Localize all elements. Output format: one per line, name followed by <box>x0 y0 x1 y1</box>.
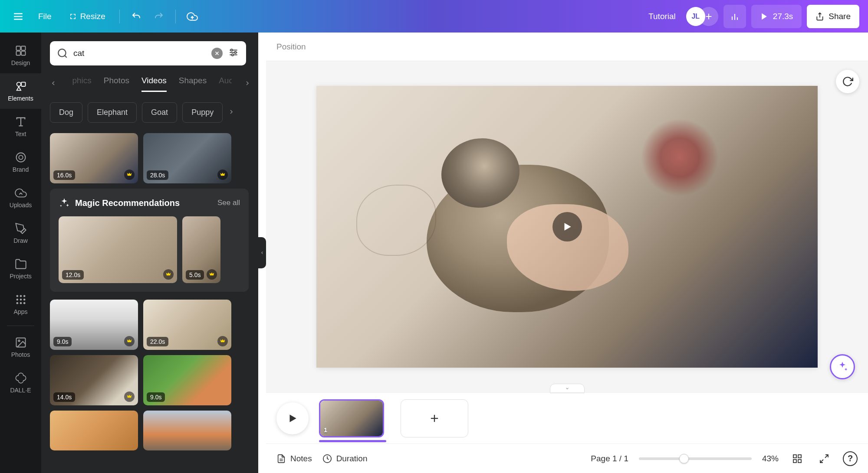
svg-rect-51 <box>798 455 801 458</box>
tab-shapes[interactable]: Shapes <box>179 76 207 92</box>
svg-point-15 <box>16 82 20 86</box>
timeline: 1 <box>266 392 868 444</box>
video-result[interactable]: 9.0s <box>50 300 138 350</box>
file-menu[interactable]: File <box>31 7 59 26</box>
grid-view-button[interactable] <box>789 450 806 467</box>
video-result[interactable] <box>50 411 138 450</box>
page-indicator[interactable]: Page 1 / 1 <box>591 454 628 463</box>
notes-button[interactable]: Notes <box>276 454 312 463</box>
svg-rect-52 <box>793 460 796 463</box>
video-result[interactable]: 5.0s <box>182 216 220 283</box>
magic-recommendations: Magic Recommendations See all 12.0s 5.0s <box>50 189 249 292</box>
rail-item-draw[interactable]: Draw <box>0 215 41 251</box>
svg-marker-44 <box>290 414 296 422</box>
sparkle-icon <box>59 197 70 209</box>
chips-scroll-right[interactable] <box>228 108 238 117</box>
tabs-scroll-right[interactable] <box>244 80 254 88</box>
rail-item-elements[interactable]: Elements <box>0 73 41 109</box>
timeline-play-button[interactable] <box>276 402 309 434</box>
tab-photos[interactable]: Photos <box>104 76 129 92</box>
main-menu-button[interactable] <box>9 7 28 26</box>
page-duration-bar[interactable] <box>319 440 386 442</box>
svg-point-26 <box>20 299 22 301</box>
see-all-link[interactable]: See all <box>217 199 240 207</box>
svg-rect-14 <box>21 51 25 55</box>
svg-line-54 <box>825 455 828 458</box>
user-avatar[interactable]: JL <box>686 7 705 26</box>
magic-assist-button[interactable] <box>830 354 855 379</box>
search-filters-button[interactable] <box>228 47 239 60</box>
chip-goat[interactable]: Goat <box>142 102 177 123</box>
tab-videos[interactable]: Videos <box>141 76 167 92</box>
duration-badge: 5.0s <box>186 270 204 280</box>
rail-item-brand[interactable]: Brand <box>0 144 41 180</box>
svg-point-30 <box>23 302 25 304</box>
rail-item-apps[interactable]: Apps <box>0 287 41 322</box>
divider <box>119 10 120 23</box>
left-navigation-rail: Design Elements Text Brand Uploads Draw … <box>0 33 41 473</box>
tab-audio[interactable]: Audi <box>219 76 231 92</box>
chip-puppy[interactable]: Puppy <box>182 102 223 123</box>
help-button[interactable]: ? <box>843 451 858 466</box>
search-input[interactable] <box>73 49 206 58</box>
rail-item-design[interactable]: Design <box>0 38 41 73</box>
svg-point-25 <box>16 299 18 301</box>
svg-point-29 <box>20 302 22 304</box>
share-button[interactable]: Share <box>807 5 859 28</box>
video-result[interactable]: 28.0s <box>143 133 231 183</box>
analytics-button[interactable] <box>723 5 746 28</box>
undo-button[interactable] <box>127 7 146 26</box>
svg-point-21 <box>19 155 23 159</box>
rail-item-projects[interactable]: Projects <box>0 251 41 287</box>
tabs-scroll-left[interactable] <box>50 80 60 88</box>
collapse-panel-button[interactable] <box>258 237 266 268</box>
svg-rect-53 <box>798 460 801 463</box>
rail-item-text[interactable]: Text <box>0 109 41 144</box>
redo-button[interactable] <box>149 7 168 26</box>
duration-badge: 9.0s <box>53 337 72 346</box>
svg-point-28 <box>16 302 18 304</box>
svg-rect-13 <box>16 51 20 55</box>
premium-icon <box>124 170 135 180</box>
present-button[interactable]: 27.3s <box>751 5 802 28</box>
page-thumbnail[interactable]: 1 <box>319 399 384 437</box>
chip-elephant[interactable]: Elephant <box>88 102 137 123</box>
svg-line-34 <box>65 55 67 58</box>
fullscreen-button[interactable] <box>816 450 832 467</box>
position-button[interactable]: Position <box>276 42 306 52</box>
video-result[interactable] <box>143 411 231 450</box>
duration-badge: 28.0s <box>147 170 168 180</box>
canvas-page[interactable] <box>316 86 818 368</box>
resize-menu[interactable]: Resize <box>62 7 112 26</box>
video-result[interactable]: 12.0s <box>59 216 177 283</box>
duration-badge: 14.0s <box>53 392 75 402</box>
tab-graphics[interactable]: phics <box>72 76 91 92</box>
rail-item-uploads[interactable]: Uploads <box>0 180 41 215</box>
svg-rect-11 <box>16 46 20 50</box>
rail-item-dalle[interactable]: DALL·E <box>0 365 41 401</box>
video-element[interactable] <box>316 86 818 368</box>
rail-divider <box>7 326 34 326</box>
cloud-sync-icon[interactable] <box>183 7 202 26</box>
document-title[interactable]: Tutorial <box>648 12 676 21</box>
video-result[interactable]: 9.0s <box>143 355 231 405</box>
zoom-level[interactable]: 43% <box>762 454 779 463</box>
video-result[interactable]: 14.0s <box>50 355 138 405</box>
video-result[interactable]: 22.0s <box>143 300 231 350</box>
page-number-label: 1 <box>324 426 327 434</box>
play-button[interactable] <box>552 212 582 241</box>
chip-dog[interactable]: Dog <box>50 102 82 123</box>
duration-button[interactable]: Duration <box>322 454 368 463</box>
collapse-timeline-button[interactable] <box>550 384 585 393</box>
refresh-button[interactable] <box>836 70 859 93</box>
canvas-viewport[interactable] <box>266 61 868 392</box>
canvas-area: Position <box>266 33 868 473</box>
add-page-button[interactable] <box>401 399 468 437</box>
clear-search-button[interactable] <box>211 48 223 59</box>
premium-icon <box>217 170 228 180</box>
zoom-slider[interactable] <box>639 457 752 460</box>
divider <box>175 10 176 23</box>
share-label: Share <box>829 12 851 21</box>
rail-item-photos[interactable]: Photos <box>0 329 41 365</box>
video-result[interactable]: 16.0s <box>50 133 138 183</box>
